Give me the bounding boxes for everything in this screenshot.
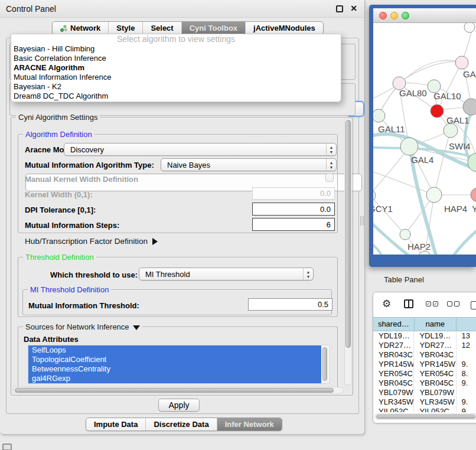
network-node[interactable] bbox=[464, 23, 475, 32]
dpi-tolerance-field[interactable] bbox=[252, 203, 335, 216]
table-cell: YDR27… bbox=[373, 341, 414, 350]
table-row[interactable]: YLR345WYLR345W9. bbox=[373, 397, 476, 407]
settings-vertical-scrollbar[interactable] bbox=[344, 118, 352, 385]
dock-panel-icon[interactable] bbox=[2, 444, 12, 450]
network-node-gal4[interactable] bbox=[400, 138, 418, 155]
table-row[interactable]: YBL079WYBL079W bbox=[373, 388, 476, 397]
tab-select[interactable]: Select bbox=[143, 22, 181, 34]
apply-button[interactable]: Apply bbox=[158, 399, 200, 412]
select-all-checkboxes-icon[interactable]: ✓✓ bbox=[426, 301, 438, 306]
network-node-gal1[interactable] bbox=[431, 105, 444, 118]
combo-arrows-icon: ▲▼ bbox=[326, 144, 336, 155]
tab-discretize-data[interactable]: Discretize Data bbox=[146, 418, 217, 431]
deselect-all-checkboxes-icon[interactable] bbox=[447, 301, 459, 306]
kernel-width-field[interactable] bbox=[252, 187, 335, 200]
settings-hscroll-thumb[interactable] bbox=[15, 388, 334, 393]
settings-vscroll-thumb[interactable] bbox=[345, 120, 351, 348]
table-toolbar: ⚙ ✓✓ bbox=[373, 292, 476, 317]
table-header-row: shared…name bbox=[373, 317, 476, 331]
table-row[interactable]: YER054CYER054C8. bbox=[373, 369, 476, 379]
aracne-mode-value: Discovery bbox=[70, 145, 104, 154]
table-row[interactable]: YBR043CYBR043C bbox=[373, 350, 476, 360]
table-cell: YLR345W bbox=[414, 397, 456, 407]
mi-steps-field[interactable] bbox=[252, 218, 335, 231]
partial-toolbar-icon[interactable] bbox=[471, 301, 476, 309]
table-row[interactable]: YPR145WYPR145W9. bbox=[373, 360, 476, 369]
network-graph: GALGAL80GAL10GAL1GAL11SWI4GAL4GCY1HAP4YH… bbox=[373, 23, 476, 255]
mi-algorithm-type-combobox[interactable]: Naive Bayes ▲▼ bbox=[161, 158, 337, 171]
network-node[interactable] bbox=[463, 99, 476, 115]
algorithm-option-bayesian-k2[interactable]: Bayesian - K2 bbox=[11, 82, 341, 92]
algorithm-option-aracne-algorithm[interactable]: ARACNE Algorithm bbox=[11, 63, 341, 73]
data-attributes-list[interactable]: SelfLoopsTopologicalCoefficientBetweenne… bbox=[28, 345, 330, 384]
table-row[interactable]: YDR27…YDR27…12 bbox=[373, 341, 476, 350]
columns-icon[interactable] bbox=[404, 299, 413, 308]
node-label-hap4: HAP4 bbox=[444, 204, 467, 214]
network-view-window: GALGAL80GAL10GAL1GAL11SWI4GAL4GCY1HAP4YH… bbox=[369, 5, 476, 267]
expander-collapsed-icon[interactable] bbox=[152, 238, 158, 245]
node-label-gal80: GAL80 bbox=[399, 88, 427, 98]
aracne-mode-combobox[interactable]: Discovery ▲▼ bbox=[64, 143, 337, 156]
column-header-name[interactable]: name bbox=[415, 318, 457, 331]
network-node-gcy1[interactable] bbox=[373, 190, 376, 201]
node-label-swi4: SWI4 bbox=[449, 141, 471, 151]
tab-label: Cyni Toolbox bbox=[190, 22, 237, 34]
node-label-gal: GAL bbox=[463, 69, 476, 79]
settings-horizontal-scrollbar[interactable] bbox=[13, 387, 344, 394]
network-node-swi4[interactable] bbox=[444, 123, 458, 138]
mi-threshold-group-title: MI Threshold Definition bbox=[28, 285, 111, 294]
table-cell: YBL079W bbox=[373, 388, 414, 397]
network-node-gal11[interactable] bbox=[373, 109, 385, 122]
minimize-window-icon[interactable] bbox=[390, 12, 398, 19]
which-threshold-label: Which threshold to use: bbox=[50, 270, 138, 279]
table-cell: YBR043C bbox=[414, 350, 456, 360]
table-row[interactable]: YDL19…YDL19…13 bbox=[373, 331, 476, 341]
tab-impute-data[interactable]: Impute Data bbox=[86, 418, 146, 431]
attribute-item-betweennesscentrality[interactable]: BetweennessCentrality bbox=[28, 364, 321, 374]
algorithm-option-mutual-information-inference[interactable]: Mutual Information Inference bbox=[11, 73, 341, 82]
close-window-icon[interactable] bbox=[379, 12, 387, 19]
algorithm-option-basic-correlation-inference[interactable]: Basic Correlation Inference bbox=[11, 54, 341, 63]
hub-definition-expander[interactable]: Hub/Transcription Factor Definition bbox=[25, 237, 158, 246]
tab-label: Network bbox=[70, 22, 100, 34]
attributes-list-scrollbar[interactable] bbox=[322, 346, 328, 384]
attribute-item-topologicalcoefficient[interactable]: TopologicalCoefficient bbox=[28, 355, 321, 364]
which-threshold-combobox[interactable]: MI Threshold ▲▼ bbox=[139, 268, 314, 281]
algorithm-option-dream8-dc-tdc-algorithm[interactable]: Dream8 DC_TDC Algorithm bbox=[11, 92, 341, 101]
table-horizontal-scrollbar[interactable] bbox=[374, 413, 476, 420]
network-node-hap2[interactable] bbox=[400, 229, 410, 240]
column-header-shared[interactable]: shared… bbox=[373, 318, 415, 331]
zoom-window-icon[interactable] bbox=[402, 12, 409, 19]
tab-network[interactable]: Network bbox=[53, 22, 109, 34]
tab-cyni-toolbox[interactable]: Cyni Toolbox bbox=[182, 22, 246, 34]
control-panel-titlebar: Control Panel ✕ bbox=[0, 0, 364, 18]
network-canvas[interactable]: GALGAL80GAL10GAL1GAL11SWI4GAL4GCY1HAP4YH… bbox=[373, 23, 476, 255]
manual-kernel-width-checkbox[interactable] bbox=[325, 174, 334, 182]
gear-icon[interactable]: ⚙ bbox=[382, 298, 391, 310]
cyni-algorithm-settings-title: Cyni Algorithm Settings bbox=[16, 113, 100, 122]
tab-jactivemnodules[interactable]: jActiveMNodules bbox=[246, 22, 323, 34]
tab-infer-network[interactable]: Infer Network bbox=[217, 418, 282, 431]
float-panel-icon[interactable] bbox=[336, 5, 343, 12]
network-node-gal[interactable] bbox=[455, 56, 468, 69]
tab-label: Impute Data bbox=[94, 418, 138, 431]
network-node-hap4[interactable] bbox=[426, 187, 442, 203]
table-row[interactable]: YIL052CYIL052C9. bbox=[373, 407, 476, 412]
table-cell: YDL19… bbox=[373, 331, 414, 341]
table-hscroll-thumb[interactable] bbox=[376, 415, 475, 419]
attribute-item-selfloops[interactable]: SelfLoops bbox=[28, 345, 321, 355]
algorithm-option-bayesian-hill-climbing[interactable]: Bayesian - Hill Climbing bbox=[11, 44, 341, 54]
table-row[interactable]: YBR045CYBR045C9. bbox=[373, 379, 476, 388]
tab-style[interactable]: Style bbox=[109, 22, 143, 34]
attribute-item-gal4rgexp[interactable]: gal4RGexp bbox=[28, 374, 321, 383]
table-cell bbox=[457, 350, 476, 360]
table-cell: 13 bbox=[457, 331, 476, 341]
mi-threshold-field[interactable] bbox=[248, 298, 332, 311]
column-header-cut[interactable] bbox=[457, 318, 476, 331]
expander-expanded-icon[interactable] bbox=[133, 325, 140, 330]
network-node-y[interactable] bbox=[471, 188, 476, 202]
close-panel-icon[interactable]: ✕ bbox=[350, 4, 357, 13]
control-panel-title: Control Panel bbox=[6, 4, 56, 14]
panel-splitter-handle[interactable] bbox=[360, 216, 364, 226]
attributes-scroll-thumb[interactable] bbox=[322, 347, 327, 381]
